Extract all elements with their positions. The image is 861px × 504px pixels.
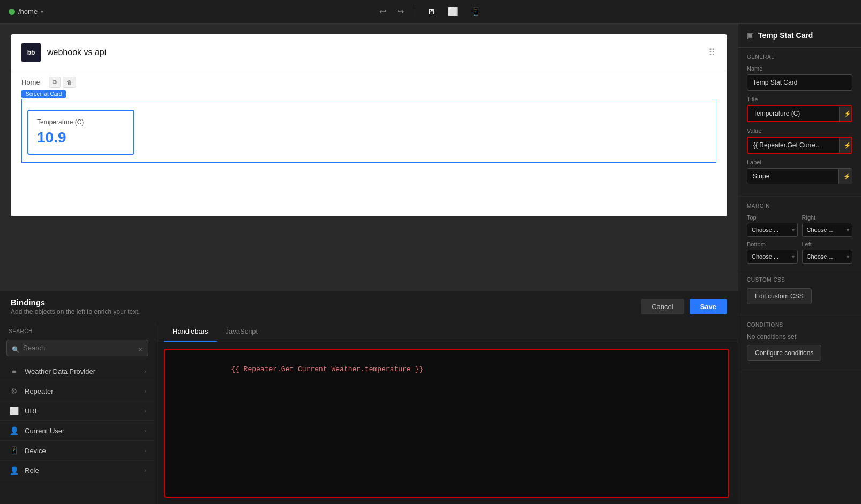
value-field-row: ⚡ ▾ xyxy=(747,137,852,154)
label-field-input[interactable] xyxy=(747,169,838,184)
canvas-wrapper: bb webhook vs api ⠿ Home ⧉ 🗑 Screen at C… xyxy=(0,24,738,291)
editor-tabs: Handlebars JavaScript xyxy=(155,322,738,342)
divider xyxy=(415,6,415,17)
main-layout: bb webhook vs api ⠿ Home ⧉ 🗑 Screen at C… xyxy=(0,24,861,504)
repeater-label: Repeater xyxy=(25,387,144,395)
bindings-content: SEARCH 🔍 ✕ ≡ Weather Data Provider › xyxy=(0,322,738,504)
breadcrumb-home: Home xyxy=(21,78,40,86)
device-label: Device xyxy=(25,447,144,455)
role-icon: 👤 xyxy=(9,466,19,475)
search-clear-icon[interactable]: ✕ xyxy=(138,346,143,353)
screen-label: Screen at Card xyxy=(21,90,66,98)
margin-left-label: Left xyxy=(802,241,853,247)
stat-card-value: 10.9 xyxy=(37,129,125,146)
repeater-chevron-icon: › xyxy=(144,388,146,394)
margin-section-label: MARGIN xyxy=(747,203,852,209)
breadcrumb-delete-button[interactable]: 🗑 xyxy=(63,77,76,88)
margin-left-select[interactable]: Choose ... xyxy=(802,250,853,264)
margin-right-item: Right Choose ... xyxy=(802,214,853,237)
device-chevron-icon: › xyxy=(144,447,146,454)
stat-card[interactable]: Temperature (C) 10.9 xyxy=(27,110,134,155)
conditions-section: CONDITIONS No conditions set Configure c… xyxy=(738,315,861,372)
save-button[interactable]: Save xyxy=(690,299,727,314)
search-input-wrapper: 🔍 ✕ xyxy=(0,337,155,362)
canvas-frame: bb webhook vs api ⠿ Home ⧉ 🗑 Screen at C… xyxy=(11,34,727,216)
margin-right-select-wrapper: Choose ... xyxy=(802,223,853,237)
role-chevron-icon: › xyxy=(144,467,146,473)
search-sidebar: SEARCH 🔍 ✕ ≡ Weather Data Provider › xyxy=(0,322,155,504)
tab-handlebars[interactable]: Handlebars xyxy=(164,322,217,342)
label-lightning-button[interactable]: ⚡ xyxy=(838,169,852,184)
name-field-label: Name xyxy=(747,65,852,72)
undo-button[interactable]: ↩ xyxy=(377,4,388,19)
margin-top-item: Top Choose ... xyxy=(747,214,798,237)
top-bar: /home ▾ ↩ ↪ 🖥 ⬜ 📱 xyxy=(0,0,861,24)
search-item-repeater[interactable]: ⚙ Repeater › xyxy=(0,381,155,401)
url-label: URL xyxy=(25,407,144,415)
value-field-input[interactable] xyxy=(748,138,839,153)
margin-bottom-item: Bottom Choose ... xyxy=(747,241,798,264)
code-content: {{ Repeater.Get Current Weather.temperat… xyxy=(231,365,423,373)
app-logo: bb xyxy=(21,43,41,62)
tab-javascript[interactable]: JavaScript xyxy=(217,322,267,342)
route-label: /home xyxy=(18,7,38,16)
search-item-current-user[interactable]: 👤 Current User › xyxy=(0,421,155,441)
general-section-label: GENERAL xyxy=(747,54,852,60)
canvas-area: bb webhook vs api ⠿ Home ⧉ 🗑 Screen at C… xyxy=(0,24,738,504)
right-panel-header: ▣ Temp Stat Card xyxy=(738,24,861,48)
margin-bottom-label: Bottom xyxy=(747,241,798,247)
margin-grid: Top Choose ... Right Choose ... xyxy=(747,214,852,264)
route-chevron-icon[interactable]: ▾ xyxy=(41,9,43,14)
device-icon: 📱 xyxy=(9,446,19,455)
code-editor[interactable]: {{ Repeater.Get Current Weather.temperat… xyxy=(164,349,729,498)
search-item-weather-data-provider[interactable]: ≡ Weather Data Provider › xyxy=(0,362,155,381)
configure-conditions-button[interactable]: Configure conditions xyxy=(747,345,821,361)
name-field[interactable] xyxy=(747,74,852,91)
component-title: Temp Stat Card xyxy=(758,31,813,40)
margin-bottom-select-wrapper: Choose ... xyxy=(747,250,798,264)
status-dot xyxy=(9,9,15,15)
app-title: webhook vs api xyxy=(47,48,106,57)
canvas-content: Screen at Card Temperature (C) 10.9 xyxy=(11,93,727,174)
weather-data-provider-label: Weather Data Provider xyxy=(25,367,144,375)
role-label: Role xyxy=(25,467,144,475)
bindings-title-group: Bindings Add the objects on the left to … xyxy=(11,298,140,315)
margin-top-select[interactable]: Choose ... xyxy=(747,223,798,237)
margin-bottom-select[interactable]: Choose ... xyxy=(747,250,798,264)
desktop-view-button[interactable]: 🖥 xyxy=(424,5,438,18)
app-menu-icon[interactable]: ⠿ xyxy=(708,47,716,58)
margin-right-select[interactable]: Choose ... xyxy=(802,223,853,237)
current-user-chevron-icon: › xyxy=(144,427,146,434)
title-lightning-button[interactable]: ⚡ xyxy=(839,107,852,121)
stat-card-label: Temperature (C) xyxy=(37,118,125,126)
label-field-label: Label xyxy=(747,159,852,166)
cancel-button[interactable]: Cancel xyxy=(641,299,684,314)
bindings-panel: Bindings Add the objects on the left to … xyxy=(0,291,738,504)
search-icon: 🔍 xyxy=(12,346,20,353)
mobile-view-button[interactable]: 📱 xyxy=(468,5,484,19)
breadcrumb-copy-button[interactable]: ⧉ xyxy=(49,77,61,88)
conditions-section-label: CONDITIONS xyxy=(747,322,852,328)
search-item-url[interactable]: ⬜ URL › xyxy=(0,401,155,421)
search-item-device[interactable]: 📱 Device › xyxy=(0,441,155,461)
search-input[interactable] xyxy=(6,340,148,356)
url-icon: ⬜ xyxy=(9,407,19,415)
redo-button[interactable]: ↪ xyxy=(395,4,406,19)
url-chevron-icon: › xyxy=(144,408,146,414)
canvas-header: bb webhook vs api ⠿ xyxy=(11,34,727,71)
canvas-outer-border[interactable]: Temperature (C) 10.9 xyxy=(21,99,716,163)
tablet-view-button[interactable]: ⬜ xyxy=(445,5,461,19)
edit-custom-css-button[interactable]: Edit custom CSS xyxy=(747,288,812,304)
bindings-actions: Cancel Save xyxy=(641,299,727,314)
general-section: GENERAL Name Title ⚡ ▾ Value ⚡ ▾ Label ⚡… xyxy=(738,48,861,197)
margin-right-label: Right xyxy=(802,214,853,221)
editor-area: Handlebars JavaScript {{ Repeater.Get Cu… xyxy=(155,322,738,504)
margin-section: MARGIN Top Choose ... Right Choose ... xyxy=(738,197,861,270)
value-lightning-button[interactable]: ⚡ xyxy=(839,138,852,153)
repeater-icon: ⚙ xyxy=(9,387,19,395)
search-item-role[interactable]: 👤 Role › xyxy=(0,461,155,480)
title-field-input[interactable] xyxy=(748,106,839,121)
conditions-none-text: No conditions set xyxy=(747,333,852,341)
margin-top-label: Top xyxy=(747,214,798,221)
search-section-label: SEARCH xyxy=(0,322,155,337)
